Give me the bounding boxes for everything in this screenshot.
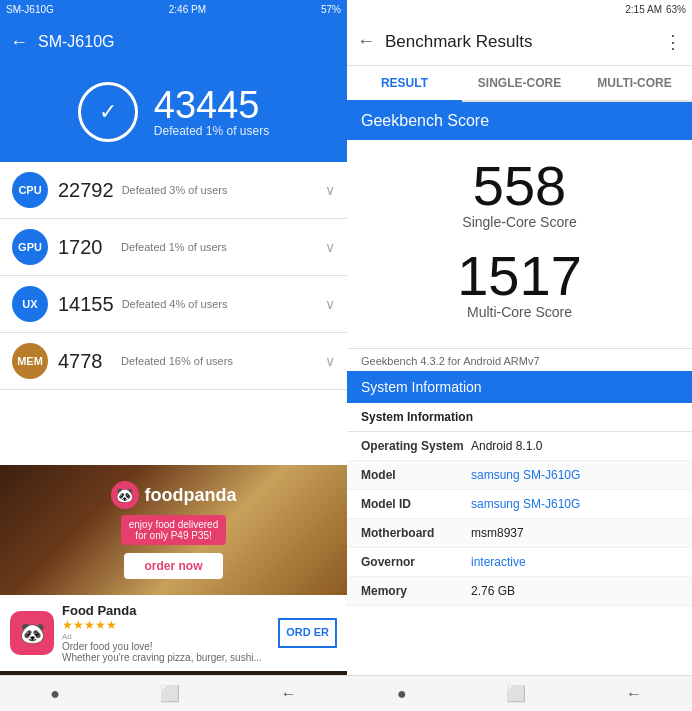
- gb-version: Geekbench 4.3.2 for Android ARMv7: [347, 348, 692, 371]
- multi-core-label: Multi-Core Score: [361, 304, 678, 320]
- gpu-detail: Defeated 1% of users: [121, 241, 325, 253]
- checkmark-icon: ✓: [99, 99, 117, 125]
- recents-nav-icon[interactable]: ⬜: [506, 684, 526, 703]
- tab-single-core[interactable]: SINGLE-CORE: [462, 66, 577, 100]
- single-core-score: 558: [361, 158, 678, 214]
- sys-info-header: System Information: [347, 371, 692, 403]
- order-now-button[interactable]: order now: [124, 553, 222, 579]
- score-info: 43445 Defeated 1% of users: [154, 86, 269, 138]
- app-icon-foodpanda: 🐼: [10, 611, 54, 655]
- foodpanda-logo: 🐼 foodpanda: [111, 481, 237, 509]
- sys-row-model: Model samsung SM-J610G: [347, 461, 692, 490]
- multi-core-score: 1517: [361, 248, 678, 304]
- mem-detail: Defeated 16% of users: [121, 355, 325, 367]
- chevron-down-icon: ∨: [325, 353, 335, 369]
- sys-info-table: System Information Operating System Andr…: [347, 403, 692, 675]
- main-score-value: 43445: [154, 86, 269, 124]
- sys-key-modelid: Model ID: [361, 497, 471, 511]
- back-nav-icon[interactable]: ←: [281, 685, 297, 703]
- ad-promo-text: enjoy food deliveredfor only P49 P35!: [121, 515, 227, 545]
- nav-bar-left: ● ⬜ ←: [0, 675, 347, 711]
- device-label-status: SM-J610G: [6, 4, 54, 15]
- app-name: Food Panda: [62, 603, 270, 618]
- sys-row-memory: Memory 2.76 GB: [347, 577, 692, 606]
- sys-val-model: samsung SM-J610G: [471, 468, 678, 482]
- mem-score: 4778: [58, 350, 113, 373]
- cpu-score: 22792: [58, 179, 114, 202]
- sys-key-memory: Memory: [361, 584, 471, 598]
- status-bar-right: 2:15 AM 63%: [347, 0, 692, 18]
- benchmark-rows: CPU 22792 Defeated 3% of users ∨ GPU 172…: [0, 162, 347, 465]
- battery-right: 63%: [666, 4, 686, 15]
- back-button-right[interactable]: ←: [357, 31, 375, 52]
- table-row[interactable]: UX 14155 Defeated 4% of users ∨: [0, 276, 347, 333]
- sys-val-memory: 2.76 GB: [471, 584, 678, 598]
- app-description: Order food you love!Whether you're cravi…: [62, 641, 270, 663]
- back-button-left[interactable]: ←: [10, 32, 28, 53]
- ad-section: 🐼 foodpanda enjoy food deliveredfor only…: [0, 465, 347, 675]
- status-bar-left: SM-J610G 2:46 PM 57%: [0, 0, 347, 18]
- app-install-row: 🐼 Food Panda ★★★★★ Ad Order food you lov…: [0, 595, 347, 671]
- right-panel: 2:15 AM 63% ← Benchmark Results ⋮ RESULT…: [347, 0, 692, 711]
- menu-dots-icon[interactable]: ⋮: [664, 31, 682, 53]
- sys-val-motherboard: msm8937: [471, 526, 678, 540]
- tab-result[interactable]: RESULT: [347, 66, 462, 100]
- gpu-score: 1720: [58, 236, 113, 259]
- dot-nav-icon[interactable]: ●: [397, 685, 407, 703]
- cpu-icon: CPU: [12, 172, 48, 208]
- home-dot-icon[interactable]: ●: [50, 685, 60, 703]
- sys-row-modelid: Model ID samsung SM-J610G: [347, 490, 692, 519]
- chevron-down-icon: ∨: [325, 239, 335, 255]
- header-left: ← SM-J610G: [0, 18, 347, 66]
- cpu-detail: Defeated 3% of users: [122, 184, 325, 196]
- sys-row-os: Operating System Android 8.1.0: [347, 432, 692, 461]
- tabs-row: RESULT SINGLE-CORE MULTI-CORE: [347, 66, 692, 102]
- sys-key-model: Model: [361, 468, 471, 482]
- recents-icon[interactable]: ⬜: [160, 684, 180, 703]
- install-button[interactable]: ORD ER: [278, 618, 337, 647]
- score-circle: ✓: [78, 82, 138, 142]
- panda-icon: 🐼: [111, 481, 139, 509]
- scores-section: 558 Single-Core Score 1517 Multi-Core Sc…: [347, 140, 692, 348]
- ad-label: Ad: [62, 632, 270, 641]
- sys-val-modelid: samsung SM-J610G: [471, 497, 678, 511]
- left-panel: SM-J610G 2:46 PM 57% ← SM-J610G ✓ 43445 …: [0, 0, 347, 711]
- sys-section-label: System Information: [347, 403, 692, 432]
- score-section: ✓ 43445 Defeated 1% of users: [0, 66, 347, 162]
- ux-icon: UX: [12, 286, 48, 322]
- page-title: Benchmark Results: [385, 32, 664, 52]
- tab-multi-core[interactable]: MULTI-CORE: [577, 66, 692, 100]
- sys-row-motherboard: Motherboard msm8937: [347, 519, 692, 548]
- time-right: 2:15 AM: [625, 4, 662, 15]
- chevron-down-icon: ∨: [325, 296, 335, 312]
- geekbench-header: Geekbench Score: [347, 102, 692, 140]
- header-right: ← Benchmark Results ⋮: [347, 18, 692, 66]
- brand-name: foodpanda: [145, 485, 237, 506]
- app-stars: ★★★★★: [62, 618, 270, 632]
- nav-bar-right: ● ⬜ ←: [347, 675, 692, 711]
- mem-icon: MEM: [12, 343, 48, 379]
- back-nav-right-icon[interactable]: ←: [626, 685, 642, 703]
- sys-key-os: Operating System: [361, 439, 471, 453]
- app-info: Food Panda ★★★★★ Ad Order food you love!…: [62, 603, 270, 663]
- table-row[interactable]: MEM 4778 Defeated 16% of users ∨: [0, 333, 347, 390]
- time-left: 2:46 PM: [169, 4, 206, 15]
- table-row[interactable]: CPU 22792 Defeated 3% of users ∨: [0, 162, 347, 219]
- gpu-icon: GPU: [12, 229, 48, 265]
- table-row[interactable]: GPU 1720 Defeated 1% of users ∨: [0, 219, 347, 276]
- single-core-label: Single-Core Score: [361, 214, 678, 230]
- sys-key-governor: Governor: [361, 555, 471, 569]
- ad-background: 🐼 foodpanda enjoy food deliveredfor only…: [0, 465, 347, 595]
- sys-row-governor: Governor interactive: [347, 548, 692, 577]
- sys-val-governor: interactive: [471, 555, 678, 569]
- sys-val-os: Android 8.1.0: [471, 439, 678, 453]
- chevron-down-icon: ∨: [325, 182, 335, 198]
- battery-left: 57%: [321, 4, 341, 15]
- ux-score: 14155: [58, 293, 114, 316]
- ux-detail: Defeated 4% of users: [122, 298, 325, 310]
- sys-key-motherboard: Motherboard: [361, 526, 471, 540]
- device-name: SM-J610G: [38, 33, 114, 51]
- main-defeated-text: Defeated 1% of users: [154, 124, 269, 138]
